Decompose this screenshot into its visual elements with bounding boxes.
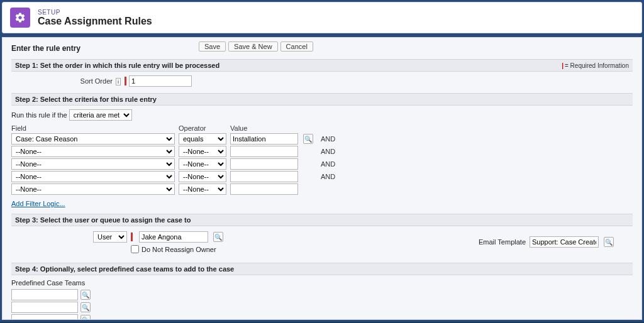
criteria-operator-select[interactable]: equals [179, 133, 226, 145]
header-text: SETUP Case Assignment Rules [38, 9, 152, 27]
step2-bar: Step 2: Select the criteria for this rul… [11, 93, 633, 106]
criteria-row: --None----None--AND [11, 171, 633, 182]
criteria-row: --None----None--AND [11, 146, 633, 157]
email-template-label: Email Template [479, 238, 526, 246]
criteria-head: Field Operator Value [11, 124, 633, 132]
section-title: Enter the rule entry [11, 44, 633, 53]
sort-order-label: Sort Order i [11, 77, 125, 85]
criteria-operator-select[interactable]: --None-- [179, 146, 226, 157]
step4-title: Step 4: Optionally, select predefined ca… [15, 265, 234, 273]
case-team-row: 🔍 [11, 302, 633, 313]
criteria-field-select[interactable]: --None-- [11, 146, 175, 157]
page-header: SETUP Case Assignment Rules [2, 2, 642, 33]
case-team-input[interactable] [11, 302, 78, 313]
run-rule-select[interactable]: criteria are met [69, 109, 132, 121]
email-template-input[interactable] [530, 236, 599, 248]
predefined-label: Predefined Case Teams [11, 279, 633, 287]
required-marker [131, 233, 133, 241]
criteria-row: Case: Case Reasonequals🔍AND [11, 133, 633, 145]
lookup-icon[interactable]: 🔍 [303, 134, 313, 144]
top-button-row: Save Save & New Cancel [199, 41, 313, 52]
gear-icon [10, 8, 30, 28]
and-text: AND [321, 148, 335, 155]
run-rule-row: Run this rule if the criteria are met [11, 109, 633, 121]
field-head: Field [11, 124, 175, 132]
criteria-field-select[interactable]: --None-- [11, 158, 175, 170]
lookup-icon[interactable]: 🔍 [80, 290, 91, 300]
operator-head: Operator [179, 124, 226, 132]
case-team-row: 🔍 [11, 314, 633, 320]
assign-type-select[interactable]: User [93, 231, 127, 243]
criteria-table: Field Operator Value Case: Case Reasoneq… [11, 124, 633, 195]
criteria-field-select[interactable]: --None-- [11, 171, 175, 182]
add-filter-logic-link[interactable]: Add Filter Logic... [11, 200, 65, 207]
save-button[interactable]: Save [199, 41, 226, 52]
do-not-reassign-label: Do Not Reassign Owner [142, 246, 216, 253]
do-not-reassign-checkbox[interactable] [131, 245, 139, 253]
required-info: |= Required Information [562, 62, 629, 69]
lookup-icon[interactable]: 🔍 [213, 232, 223, 242]
sort-order-row: Sort Order i [11, 75, 633, 87]
criteria-field-select[interactable]: Case: Case Reason [11, 133, 175, 145]
and-text: AND [321, 173, 335, 180]
assign-user-input[interactable] [139, 231, 208, 243]
email-template-group: Email Template 🔍 [479, 236, 614, 248]
save-and-new-button[interactable]: Save & New [228, 41, 278, 52]
case-team-input[interactable] [11, 289, 78, 300]
case-team-row: 🔍 [11, 289, 633, 300]
criteria-operator-select[interactable]: --None-- [179, 183, 226, 195]
page-title: Case Assignment Rules [38, 16, 152, 27]
step1-title: Step 1: Set the order in which this rule… [15, 62, 219, 69]
criteria-value-input[interactable] [230, 171, 298, 182]
lookup-icon[interactable]: 🔍 [80, 315, 91, 320]
criteria-value-input[interactable] [230, 133, 298, 145]
and-text: AND [321, 135, 335, 143]
criteria-row: --None----None-- [11, 183, 633, 195]
criteria-value-input[interactable] [230, 183, 298, 195]
step1-bar: Step 1: Set the order in which this rule… [11, 59, 633, 72]
sort-order-input[interactable] [129, 75, 192, 87]
criteria-value-input[interactable] [230, 146, 298, 157]
step3-title: Step 3: Select the user or queue to assi… [15, 216, 191, 224]
help-icon[interactable]: i [116, 78, 121, 85]
and-text: AND [321, 160, 335, 168]
setup-label: SETUP [38, 9, 152, 16]
lookup-icon[interactable]: 🔍 [604, 237, 614, 247]
case-team-input[interactable] [11, 314, 78, 320]
run-rule-label: Run this rule if the [11, 111, 67, 119]
criteria-value-input[interactable] [230, 158, 298, 170]
required-marker [125, 77, 126, 85]
step4-bar: Step 4: Optionally, select predefined ca… [11, 263, 633, 275]
step3-bar: Step 3: Select the user or queue to assi… [11, 214, 633, 226]
content-area: Enter the rule entry Save Save & New Can… [2, 37, 642, 320]
lookup-icon[interactable]: 🔍 [80, 302, 91, 312]
criteria-operator-select[interactable]: --None-- [179, 171, 226, 182]
step2-title: Step 2: Select the criteria for this rul… [15, 96, 157, 103]
case-team-inputs: 🔍🔍🔍 [11, 289, 633, 320]
criteria-operator-select[interactable]: --None-- [179, 158, 226, 170]
cancel-button[interactable]: Cancel [280, 41, 313, 52]
value-head: Value [230, 124, 298, 132]
criteria-field-select[interactable]: --None-- [11, 183, 175, 195]
criteria-row: --None----None--AND [11, 158, 633, 170]
